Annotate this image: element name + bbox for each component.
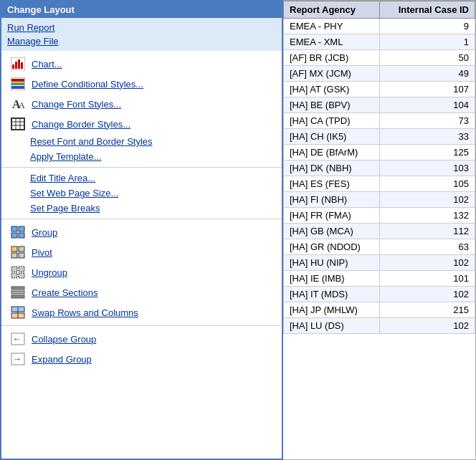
edit-title-label: Edit Title Area...	[30, 173, 95, 183]
svg-rect-8	[11, 86, 24, 89]
set-page-breaks-menu-item[interactable]: Set Page Breaks	[1, 201, 282, 216]
table-row: [HA] IT (MDS)102	[284, 287, 475, 302]
cell-case-id: 101	[379, 271, 475, 287]
swap-rows-menu-item[interactable]: Swap Rows and Columns	[1, 302, 282, 322]
svg-rect-4	[21, 62, 23, 69]
svg-rect-16	[11, 226, 17, 231]
cell-case-id: 33	[379, 129, 475, 145]
ungroup-label: Ungroup	[32, 267, 67, 278]
border-styles-icon	[10, 116, 26, 132]
cell-case-id: 132	[379, 208, 475, 224]
svg-rect-30	[11, 295, 24, 298]
pivot-label: Pivot	[32, 247, 52, 258]
chart-icon	[10, 56, 26, 72]
apply-template-label: Apply Template...	[30, 151, 101, 162]
cell-agency: [HA] FR (FMA)	[284, 208, 380, 224]
group-menu-item[interactable]: Group	[1, 222, 282, 242]
table-row: [HA] AT (GSK)107	[284, 82, 475, 97]
expand-group-menu-item[interactable]: → Expand Group	[1, 349, 282, 369]
conditional-styles-menu-item[interactable]: Define Conditional Styles...	[1, 74, 282, 94]
expand-group-label: Expand Group	[32, 354, 92, 365]
cell-case-id: 73	[379, 113, 475, 129]
cell-agency: [HA] CH (IK5)	[284, 129, 380, 145]
cell-case-id: 215	[379, 302, 475, 318]
cell-case-id: 102	[379, 287, 475, 302]
pivot-icon	[10, 244, 26, 260]
table-row: [AF] MX (JCM)49	[284, 66, 475, 82]
collapse-group-label: Collapse Group	[32, 334, 96, 345]
svg-rect-28	[11, 287, 24, 289]
apply-template-menu-item[interactable]: Apply Template...	[1, 149, 282, 164]
table-row: [HA] ES (FES)105	[284, 176, 475, 192]
cell-case-id: 49	[379, 66, 475, 82]
svg-rect-22	[11, 253, 17, 258]
manage-file-link[interactable]: Manage File	[7, 34, 276, 48]
cell-agency: [HA] BE (BPV)	[284, 97, 380, 113]
reset-font-border-label: Reset Font and Border Styles	[30, 136, 153, 147]
conditional-styles-icon	[10, 76, 26, 92]
cell-case-id: 1	[379, 34, 475, 50]
pivot-menu-item[interactable]: Pivot	[1, 242, 282, 262]
collapse-group-menu-item[interactable]: ← Collapse Group	[1, 329, 282, 349]
cell-case-id: 102	[379, 255, 475, 271]
set-web-page-size-menu-item[interactable]: Set Web Page Size...	[1, 186, 282, 201]
cell-case-id: 104	[379, 97, 475, 113]
table-row: [HA] DK (NBH)103	[284, 160, 475, 176]
svg-rect-7	[11, 82, 24, 85]
run-report-link[interactable]: Run Report	[7, 21, 276, 34]
create-sections-menu-item[interactable]: Create Sections	[1, 282, 282, 302]
svg-text:←: ←	[13, 334, 22, 344]
divider-2	[1, 219, 282, 219]
cell-agency: [HA] DE (BfArM)	[284, 145, 380, 160]
table-row: [HA] LU (DS)102	[284, 318, 475, 334]
table-header-row: Report Agency Internal Case ID	[284, 1, 475, 19]
cell-case-id: 63	[379, 239, 475, 255]
font-styles-label: Change Font Styles...	[32, 99, 121, 110]
cell-case-id: 50	[379, 50, 475, 66]
cell-case-id: 107	[379, 82, 475, 97]
expand-group-icon: →	[10, 351, 26, 367]
table-row: EMEA - XML1	[284, 34, 475, 50]
top-links-section: Run Report Manage File	[1, 18, 282, 51]
right-panel: Report Agency Internal Case ID EMEA - PH…	[283, 0, 476, 460]
cell-agency: [HA] ES (FES)	[284, 176, 380, 192]
report-table: Report Agency Internal Case ID EMEA - PH…	[283, 1, 475, 334]
table-row: [HA] CH (IK5)33	[284, 129, 475, 145]
svg-rect-29	[11, 291, 24, 294]
table-row: [HA] BE (BPV)104	[284, 97, 475, 113]
ungroup-icon	[10, 264, 26, 280]
svg-rect-21	[19, 246, 24, 251]
chart-label: Chart...	[32, 59, 62, 70]
cell-case-id: 105	[379, 176, 475, 192]
cell-agency: [HA] AT (GSK)	[284, 82, 380, 97]
group-icon	[10, 224, 26, 240]
divider-3	[1, 325, 282, 326]
cell-agency: [HA] HU (NIP)	[284, 255, 380, 271]
swap-rows-label: Swap Rows and Columns	[32, 307, 138, 318]
cell-agency: [HA] FI (NBH)	[284, 192, 380, 208]
cell-agency: [HA] LU (DS)	[284, 318, 380, 334]
collapse-group-icon: ←	[10, 331, 26, 347]
ungroup-menu-item[interactable]: Ungroup	[1, 262, 282, 282]
table-row: [HA] FI (NBH)102	[284, 192, 475, 208]
cell-agency: [HA] IE (IMB)	[284, 271, 380, 287]
table-row: [HA] IE (IMB)101	[284, 271, 475, 287]
table-row: [AF] BR (JCB)50	[284, 50, 475, 66]
col-internal-case-id: Internal Case ID	[379, 1, 475, 19]
left-panel: Change Layout Run Report Manage File Cha…	[0, 0, 283, 460]
border-styles-label: Change Border Styles...	[32, 119, 130, 130]
chart-menu-item[interactable]: Chart...	[1, 54, 282, 74]
table-row: [HA] FR (FMA)132	[284, 208, 475, 224]
divider-1	[1, 167, 282, 168]
font-styles-menu-item[interactable]: A A Change Font Styles...	[1, 94, 282, 114]
edit-title-menu-item[interactable]: Edit Title Area...	[1, 171, 282, 186]
svg-rect-26	[11, 273, 17, 278]
border-styles-menu-item[interactable]: Change Border Styles...	[1, 114, 282, 134]
table-row: EMEA - PHY9	[284, 19, 475, 34]
reset-font-border-menu-item[interactable]: Reset Font and Border Styles	[1, 134, 282, 149]
cell-agency: [HA] JP (MHLW)	[284, 302, 380, 318]
cell-case-id: 102	[379, 192, 475, 208]
cell-case-id: 103	[379, 160, 475, 176]
table-row: [HA] GR (NDOD)63	[284, 239, 475, 255]
cell-agency: [AF] BR (JCB)	[284, 50, 380, 66]
